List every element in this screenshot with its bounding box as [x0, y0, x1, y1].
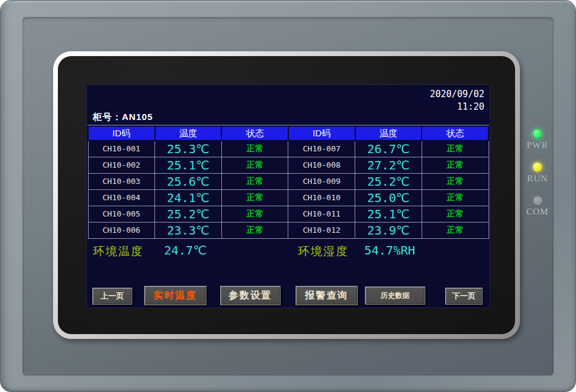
cell-id: CH10-008: [288, 157, 355, 173]
cell-status: 正常: [422, 189, 489, 206]
environment-row: 环境温度 24.7℃ 环境湿度 54.7%RH: [87, 242, 490, 259]
cell-id: CH10-005: [88, 206, 155, 222]
cell-id: CH10-007: [288, 141, 355, 157]
table-row: CH10-005 25.2℃ 正常 CH10-011 25.1℃ 正常: [88, 206, 489, 222]
run-led-label: RUN: [527, 174, 548, 184]
cell-status: 正常: [422, 141, 489, 157]
env-temp-value: 24.7℃: [164, 243, 207, 258]
cell-temp: 25.2℃: [155, 206, 222, 222]
next-page-button[interactable]: 下一页: [445, 288, 483, 305]
cell-temp: 25.6℃: [155, 173, 222, 189]
cabinet-label: 柜号：AN105: [93, 112, 153, 123]
cell-id: CH10-011: [288, 206, 355, 222]
cell-status: 正常: [221, 173, 288, 189]
env-humidity-value: 54.7%RH: [364, 243, 415, 258]
cell-status: 正常: [422, 157, 489, 173]
cell-status: 正常: [422, 222, 489, 238]
time-text: 11:20: [457, 101, 484, 112]
cell-status: 正常: [221, 141, 288, 157]
realtime-temp-button[interactable]: 实时温度: [144, 286, 206, 305]
cell-status: 正常: [221, 189, 288, 206]
history-data-button[interactable]: 历史数据: [365, 286, 425, 305]
env-temp-label: 环境温度: [93, 244, 144, 259]
cell-temp: 23.9℃: [355, 222, 422, 238]
led-run: RUN: [527, 162, 548, 184]
header-status-1: 状态: [221, 126, 288, 141]
cell-temp: 25.0℃: [355, 189, 422, 206]
led-com: COM: [526, 195, 548, 217]
alarm-query-button[interactable]: 报警查询: [296, 286, 358, 305]
prev-page-button[interactable]: 上一页: [92, 288, 132, 305]
run-led-light: [533, 162, 542, 172]
temperature-table: ID码 温度 状态 ID码 温度 状态 CH10-001: [87, 125, 489, 239]
table-row: CH10-006 23.3℃ 正常 CH10-012 23.9℃ 正常: [88, 222, 489, 238]
cell-temp: 25.3℃: [155, 141, 222, 157]
pwr-led-light: [533, 129, 542, 139]
cell-id: CH10-003: [88, 173, 155, 189]
cell-temp: 27.2℃: [355, 157, 422, 173]
cell-temp: 24.1℃: [155, 189, 222, 206]
env-humidity-label: 环境湿度: [298, 244, 349, 259]
lcd-screen: 2020/09/02 11:20 柜号：AN105 ID码 温度 状态 ID码: [58, 56, 515, 334]
cell-temp: 26.7℃: [355, 141, 422, 157]
com-led-light: [533, 195, 542, 205]
com-led-label: COM: [526, 207, 548, 217]
cell-id: CH10-001: [88, 141, 155, 157]
cell-id: CH10-002: [88, 157, 155, 173]
cell-id: CH10-009: [288, 173, 355, 189]
header-status-2: 状态: [422, 126, 489, 141]
cell-temp: 25.1℃: [155, 157, 222, 173]
header-temp-2: 温度: [355, 126, 422, 141]
led-pwr: PWR: [527, 129, 548, 151]
cell-temp: 25.2℃: [355, 173, 422, 189]
cell-id: CH10-012: [288, 222, 355, 238]
cell-temp: 23.3℃: [155, 222, 222, 238]
cell-status: 正常: [422, 206, 489, 222]
header-id-2: ID码: [288, 126, 355, 141]
cell-status: 正常: [422, 173, 489, 189]
table-row: CH10-001 25.3℃ 正常 CH10-007 26.7℃ 正常: [88, 141, 489, 157]
header-temp-1: 温度: [155, 126, 222, 141]
screen-bezel: 2020/09/02 11:20 柜号：AN105 ID码 温度 状态 ID码: [53, 51, 520, 339]
cell-id: CH10-010: [288, 189, 355, 206]
cell-status: 正常: [221, 157, 288, 173]
header-id-1: ID码: [88, 126, 155, 141]
param-settings-button[interactable]: 参数设置: [220, 286, 280, 305]
table-row: CH10-003 25.6℃ 正常 CH10-009 25.2℃ 正常: [88, 173, 489, 189]
cell-status: 正常: [221, 222, 288, 238]
cell-status: 正常: [221, 206, 288, 222]
cell-temp: 25.1℃: [355, 206, 422, 222]
led-strip: PWR RUN COM: [521, 129, 554, 217]
table-row: CH10-004 24.1℃ 正常 CH10-010 25.0℃ 正常: [88, 189, 489, 206]
inner-panel: 2020/09/02 11:20 柜号：AN105 ID码 温度 状态 ID码: [22, 17, 554, 376]
cell-id: CH10-006: [88, 222, 155, 238]
table-header-row: ID码 温度 状态 ID码 温度 状态: [88, 126, 489, 141]
date-text: 2020/09/02: [430, 89, 484, 100]
cell-id: CH10-004: [88, 189, 155, 206]
display-area: 2020/09/02 11:20 柜号：AN105 ID码 温度 状态 ID码: [87, 85, 490, 308]
pwr-led-label: PWR: [527, 141, 548, 151]
table-row: CH10-002 25.1℃ 正常 CH10-008 27.2℃ 正常: [88, 157, 489, 173]
hmi-device-frame: 2020/09/02 11:20 柜号：AN105 ID码 温度 状态 ID码: [0, 0, 576, 392]
